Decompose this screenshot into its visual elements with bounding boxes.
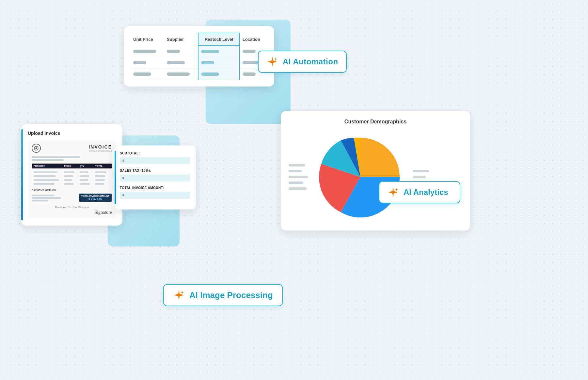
legend-bar [289,187,307,190]
total-label: TOTAL INVOICE AMOUNT [81,195,109,197]
inv-cell [34,175,56,177]
inv-cell [95,179,105,181]
table-row [131,46,268,57]
payment-detail: TOTAL INVOICE AMOUNT $ 1,676.00 [32,194,112,202]
thank-you-text: Thank You For Your Business [32,206,112,209]
legend-item-2 [289,170,308,172]
legend-bar [413,170,429,172]
inv-col-qty: QTY [80,165,95,167]
inv-row-4 [32,182,112,185]
restock-cell [198,69,239,80]
signature: Signature [32,210,112,215]
legend-bar [289,164,305,166]
total-invoice-row: TOTAL INVOICE AMOUNT: $ [120,186,190,199]
table-row [131,69,268,80]
inv-cell [95,183,104,185]
scene: Unit Price Supplier Restock Level Locati… [0,0,588,380]
idc-blue-bar [115,151,116,204]
ai-analytics-badge[interactable]: AI Analytics [379,181,460,203]
total-amount: $ 1,676.00 [81,197,109,200]
pie-chart [315,131,406,223]
dollar-sign: $ [122,194,124,197]
inv-cell [34,171,57,173]
logo-icon [34,146,39,151]
demographics-title: Customer Demographics [289,119,462,125]
inv-bar-2 [32,159,64,161]
inv-cell [64,179,72,181]
invoice-table-header: PRODUCT PRICE QTY TOTAL [32,164,112,168]
supplier-cell [164,46,198,57]
legend-bar [289,170,302,172]
invoice-logo-row: INVOICE Invoice # 00000000 [32,144,112,153]
total-invoice-label: TOTAL INVOICE AMOUNT: [120,186,190,190]
sales-tax-label: SALES TAX (10%): [120,169,190,172]
unit-price-cell [131,46,164,57]
ai-image-label: AI Image Processing [189,290,273,300]
inventory-table: Unit Price Supplier Restock Level Locati… [131,33,268,80]
inventory-card: Unit Price Supplier Restock Level Locati… [124,26,274,87]
invoice-inner: INVOICE Invoice # 00000000 PRODUCT PRICE… [28,140,116,219]
inv-cell [34,183,55,185]
invoice-card: Upload Invoice INVOICE Invoice # 0000000… [21,124,122,226]
supplier-cell [164,57,198,69]
ai-analytics-label: AI Analytics [404,188,448,197]
inv-row-2 [32,174,112,178]
inv-col-total: TOTAL [95,165,110,167]
table-row [131,57,268,69]
col-supplier: Supplier [164,33,198,46]
inv-col-price: PRICE [64,165,79,167]
inv-bar-1 [32,156,80,158]
legend-bar [289,176,308,178]
col-location: Location [240,33,268,46]
subtotal-field: $ [120,157,190,164]
inv-cell [80,175,89,177]
inv-cell [80,179,88,181]
ai-automation-badge[interactable]: AI Automation [258,51,347,73]
upload-invoice-label: Upload Invoice [28,131,116,136]
pie-chart-svg [315,131,406,223]
subtotal-row: SUBTOTAL: $ [120,151,190,164]
dollar-sign: $ [122,176,124,180]
invoice-blue-bar [21,129,23,220]
svg-point-1 [36,148,37,149]
demographics-card: Customer Demographics [281,111,470,230]
sparkle-icon [173,289,185,301]
invoice-title-block: INVOICE Invoice # 00000000 [88,144,112,152]
inv-row-3 [32,178,112,182]
inv-cell [34,179,59,181]
inv-cell [64,171,74,173]
payment-method-label: PAYMENT METHOD [32,189,112,192]
legend-item-r1 [413,170,431,172]
inv-cell [64,175,73,177]
subtotal-label: SUBTOTAL: [120,151,190,155]
inv-cell [80,171,88,173]
legend-item-1 [289,164,308,166]
legend-item-4 [289,182,308,184]
col-unit-price: Unit Price [131,33,164,46]
col-restock-level: Restock Level [198,33,239,46]
dollar-sign: $ [122,159,124,162]
total-invoice-field: $ [120,192,190,199]
ai-automation-label: AI Automation [283,57,338,66]
legend-item-3 [289,176,308,178]
sales-tax-field: $ [120,174,190,182]
detail-lines [32,194,61,202]
unit-price-cell [131,57,164,69]
invoice-title: INVOICE [88,144,112,150]
restock-cell [198,57,239,69]
inv-row-1 [32,170,112,174]
sparkle-icon [266,56,278,68]
legend-item-5 [289,187,308,190]
sales-tax-row: SALES TAX (10%): $ [120,169,190,182]
inv-cell [95,171,106,173]
ai-image-processing-badge[interactable]: AI Image Processing [163,284,283,306]
legend-bar [413,176,426,178]
inv-col-product: PRODUCT [34,165,63,167]
total-box: TOTAL INVOICE AMOUNT $ 1,676.00 [79,194,112,202]
inv-cell [80,183,90,185]
legend-bar [289,182,303,184]
legend-item-r2 [413,176,431,178]
unit-price-cell [131,69,164,80]
supplier-cell [164,69,198,80]
sparkle-icon [387,186,399,198]
